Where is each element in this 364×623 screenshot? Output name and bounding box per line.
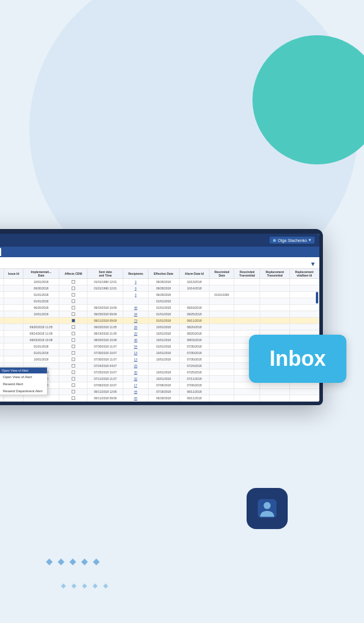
recipient-link[interactable]: 54	[134, 345, 137, 348]
checkbox[interactable]	[72, 351, 75, 355]
checkbox[interactable]	[72, 377, 75, 380]
cell-impl: 01/01/2018	[23, 298, 59, 305]
cell-source: mplete	[0, 285, 4, 292]
col-issue: Issue Id	[4, 269, 23, 279]
cell-recip: 13	[123, 356, 148, 363]
cell-effective: 10/01/2018	[148, 324, 179, 331]
tablet-nav: ▪ ▪ ▪ ▪	[0, 247, 319, 257]
cell-effective: 01/01/2018	[148, 318, 179, 324]
decorative-dots-row-2	[62, 584, 107, 588]
recipient-link[interactable]: 48	[134, 306, 137, 309]
cell-rescinded: 01/01/1900	[210, 292, 234, 298]
cell-cdm	[59, 279, 87, 285]
recipient-link[interactable]: 25	[134, 364, 137, 368]
cell-sent: 09/20/2018 11:05	[87, 324, 123, 331]
dropdown-arrow: ▾	[309, 238, 311, 243]
checkbox[interactable]	[72, 345, 75, 348]
cell-cdm	[59, 305, 87, 311]
checkbox[interactable]	[72, 306, 75, 309]
cell-source: 2018-0718	[0, 350, 4, 356]
user-badge: Olga Stachenko ▾	[269, 237, 315, 244]
checkbox[interactable]	[72, 358, 75, 361]
checkbox[interactable]	[72, 299, 75, 303]
user-name: Olga Stachenko	[278, 238, 307, 243]
checkbox[interactable]	[72, 396, 75, 400]
cell-effective: 07/06/2018	[148, 382, 179, 389]
col-source: Source	[0, 269, 4, 279]
context-menu-open-alert[interactable]: Open View of Alert	[0, 373, 47, 380]
cell-issue	[4, 298, 23, 305]
cell-effective: 09/28/2018	[148, 285, 179, 292]
col-impl: Implementati...Date	[23, 269, 59, 279]
filter-icon[interactable]: ▼	[310, 261, 316, 267]
cell-sent: 07/25/2018 10:07	[87, 369, 123, 376]
inbox-bubble: Inbox	[249, 335, 346, 383]
context-menu-resend-alert[interactable]: Resend Alert	[0, 380, 47, 388]
cell-recip: 48	[123, 305, 148, 311]
table-row: 2018-0912 06/20/2018 09/15/2018 10:09 48…	[0, 305, 319, 311]
recipient-link[interactable]: 17	[134, 383, 137, 387]
cell-effective: 07/18/2018	[148, 389, 179, 395]
col-alarm: Alarm Date Id	[179, 269, 210, 279]
checkbox[interactable]	[72, 332, 75, 335]
table-row: mplete 09/30/2018 01/01/1990 12:01 0 09/…	[0, 285, 319, 292]
checkbox[interactable]	[72, 325, 75, 329]
cell-cdm	[59, 337, 87, 344]
context-menu-resend-dept[interactable]: Resend Department Alert	[0, 388, 47, 395]
cell-cdm	[59, 318, 87, 324]
recipient-link[interactable]: 30	[134, 371, 137, 374]
recipient-link[interactable]: 0	[135, 280, 137, 284]
cell-alarm: 09/11/2018	[179, 318, 210, 324]
cell-cdm	[59, 376, 87, 382]
checkbox[interactable]	[72, 371, 75, 374]
cell-alarm: 09/19/2018	[179, 305, 210, 311]
checkbox[interactable]	[72, 287, 75, 290]
col-rep-trans: ReplacementTransmittal	[260, 269, 289, 279]
checkbox[interactable]	[72, 390, 75, 393]
checkbox[interactable]	[72, 338, 75, 342]
recipient-link[interactable]: 0	[135, 293, 137, 297]
recipient-link[interactable]: 44	[134, 390, 137, 393]
recipient-link[interactable]: 0	[135, 287, 137, 290]
recipient-link[interactable]: 26	[134, 325, 137, 329]
cell-sent: 07/11/2018 11:07	[87, 376, 123, 382]
checkbox[interactable]	[72, 293, 75, 297]
checkbox[interactable]	[72, 280, 75, 284]
cell-alarm: 07/30/2018	[179, 344, 210, 350]
checkbox-checked[interactable]	[72, 319, 75, 322]
checkbox[interactable]	[72, 383, 75, 387]
nav-tab-active[interactable]: ▪ ▪ ▪ ▪	[0, 248, 1, 256]
recipient-link[interactable]: 13	[134, 358, 137, 361]
cell-cdm	[59, 369, 87, 376]
dot	[58, 558, 64, 565]
recipient-link[interactable]: 20	[134, 332, 137, 335]
cell-effective: 01/01/2018	[148, 344, 179, 350]
cell-cdm	[59, 331, 87, 337]
cell-alarm: 06/11/2018	[179, 389, 210, 395]
cell-recip: 32	[123, 376, 148, 382]
cell-recip: 25	[123, 363, 148, 369]
checkbox[interactable]	[72, 364, 75, 368]
cell-alarm: 07/25/2018	[179, 369, 210, 376]
recipient-link[interactable]: 73	[134, 319, 137, 322]
recipient-link[interactable]: 34	[134, 312, 137, 316]
dot	[93, 558, 99, 565]
table-header-row: Source Issue Id Implementati...Date Affe…	[0, 269, 319, 279]
profile-icon	[255, 497, 279, 520]
scroll-indicator[interactable]	[316, 292, 318, 304]
recipient-link[interactable]: 46	[134, 338, 137, 342]
cell-alarm: 06/11/2018	[179, 395, 210, 402]
cell-effective: 09/29/2018	[148, 279, 179, 285]
recipient-link[interactable]: 32	[134, 377, 137, 380]
cell-recip: 44	[123, 389, 148, 395]
recipient-link[interactable]: 13	[134, 351, 137, 355]
cell-alarm	[179, 292, 210, 298]
col-rescinded: RescindedDate	[210, 269, 234, 279]
dot	[81, 558, 87, 565]
cell-cdm	[59, 292, 87, 298]
recipient-link[interactable]: 05	[134, 396, 137, 400]
checkbox[interactable]	[72, 312, 75, 316]
cell-source: 2018-0717	[0, 344, 4, 350]
cell-issue	[4, 285, 23, 292]
col-cdm: Affects CDM	[59, 269, 87, 279]
